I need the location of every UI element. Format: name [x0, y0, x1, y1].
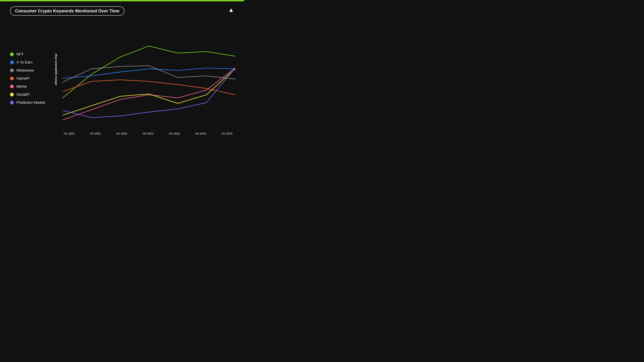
x-axis-label: H2 2021 [90, 132, 101, 135]
x-axis-label: H1 2023 [169, 132, 180, 135]
series-nft [63, 46, 235, 98]
legend-label: GameFi [16, 76, 30, 81]
series-prediction-market [63, 68, 235, 117]
chart-title: Consumer Crypto Keywords Mentioned Over … [15, 8, 120, 13]
legend-label: X To Earn [16, 60, 32, 64]
x-axis-label: H1 2021 [64, 132, 74, 135]
legend-item-nft: NFT [10, 52, 54, 56]
legend-item-x-to-earn: X To Earn [10, 60, 54, 64]
legend-label: SocialFi [16, 92, 30, 97]
legend-item-prediction-market: Prediction Market [10, 100, 54, 105]
compass-icon: ▲ [228, 6, 234, 13]
legend-dot [10, 101, 14, 104]
y-axis-label: Alliance Applications (log) [54, 53, 57, 86]
x-axis-label: H1 2022 [116, 132, 127, 135]
x-axis-label: H1 2024 [222, 132, 232, 135]
legend-dot [10, 68, 14, 72]
legend-item-gamefi: GameFi [10, 76, 54, 81]
legend-item-meme: Meme [10, 84, 54, 89]
line-chart [59, 18, 239, 131]
legend-label: Meme [16, 84, 27, 89]
legend-item-socialfi: SocialFi [10, 92, 54, 97]
legend-label: NFT [16, 52, 24, 56]
series-socialfi [63, 69, 235, 115]
top-bar [0, 0, 244, 1]
legend-item-metaverse: Metaverse [10, 68, 54, 72]
chart-area: Alliance Applications (log) H1 2021H2 20… [54, 18, 234, 132]
legend-label: Prediction Market [16, 100, 45, 105]
x-axis-title: Period [54, 137, 234, 137]
legend-dot [10, 52, 14, 56]
legend-dot [10, 77, 14, 80]
legend: NFT X To Earn Metaverse GameFi Meme Soci… [10, 18, 54, 132]
legend-dot [10, 85, 14, 88]
legend-dot [10, 93, 14, 96]
legend-label: Metaverse [16, 68, 34, 72]
x-axis-label: H2 2023 [196, 132, 206, 135]
legend-dot [10, 60, 14, 64]
chart-container: NFT X To Earn Metaverse GameFi Meme Soci… [10, 18, 234, 132]
x-axis-label: H2 2022 [143, 132, 154, 135]
title-box: Consumer Crypto Keywords Mentioned Over … [10, 6, 124, 15]
x-axis-labels: H1 2021H2 2021H1 2022H2 2022H1 2023H2 20… [54, 132, 234, 135]
